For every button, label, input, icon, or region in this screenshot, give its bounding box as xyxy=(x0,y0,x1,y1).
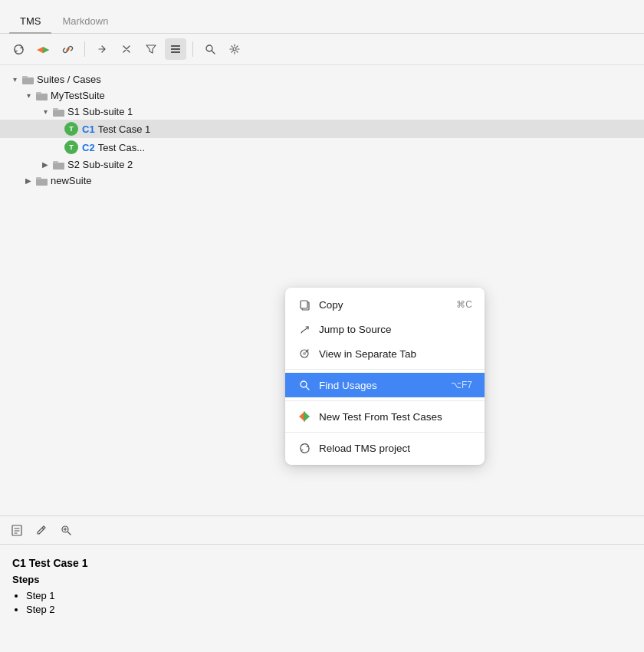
new-test-icon xyxy=(297,410,311,423)
svg-rect-11 xyxy=(36,92,41,94)
chevron-new-suite: ▶ xyxy=(23,176,34,186)
svg-point-21 xyxy=(303,352,306,355)
doc-button[interactable] xyxy=(8,521,26,539)
svg-rect-14 xyxy=(53,163,64,170)
svg-rect-4 xyxy=(171,51,180,53)
tree-root[interactable]: ▾ Suites / Cases xyxy=(0,71,644,87)
c1-label: Test Case 1 xyxy=(98,123,151,135)
svg-line-30 xyxy=(67,532,71,535)
view-separate-label: View in Separate Tab xyxy=(319,348,416,360)
chevron-s1: ▾ xyxy=(40,107,51,117)
copy-label: Copy xyxy=(319,299,343,311)
settings-button[interactable] xyxy=(224,38,245,60)
svg-point-5 xyxy=(206,45,212,51)
svg-rect-13 xyxy=(53,108,58,110)
tab-bar: TMS Markdown xyxy=(0,0,644,34)
tab-tms[interactable]: TMS xyxy=(9,8,51,33)
folder-icon-my-test-suite xyxy=(35,91,48,101)
jump-icon xyxy=(297,322,311,336)
reload-icon xyxy=(297,441,311,455)
separator-after-find xyxy=(285,400,485,401)
svg-rect-9 xyxy=(22,76,28,78)
svg-marker-1 xyxy=(146,45,156,53)
menu-item-copy[interactable]: Copy ⌘C xyxy=(285,292,485,317)
tab-markdown[interactable]: Markdown xyxy=(51,8,119,33)
folder-icon-s2 xyxy=(52,160,64,170)
c2-id: C2 xyxy=(82,142,95,153)
svg-rect-3 xyxy=(171,48,180,50)
menu-item-find-usages[interactable]: Find Usages ⌥F7 xyxy=(285,373,485,397)
s2-label: S2 Sub-suite 2 xyxy=(67,159,133,170)
find-shortcut: ⌥F7 xyxy=(451,380,472,390)
menu-item-new-test[interactable]: New Test From Test Cases xyxy=(285,404,485,429)
svg-rect-12 xyxy=(53,110,64,117)
context-menu: Copy ⌘C Jump to Source xyxy=(285,288,485,465)
find-usages-label: Find Usages xyxy=(319,380,377,391)
refresh-button[interactable] xyxy=(8,38,29,60)
new-suite-label: newSuite xyxy=(51,175,91,186)
separator-before-reload xyxy=(285,432,485,433)
chevron-root: ▾ xyxy=(9,74,20,85)
tab-icon xyxy=(297,347,311,361)
step-2: Step 2 xyxy=(26,604,632,615)
edit-button[interactable] xyxy=(32,521,51,539)
menu-item-jump-to-source[interactable]: Jump to Source xyxy=(285,317,485,341)
svg-rect-17 xyxy=(36,177,41,179)
tree-c2[interactable]: T C2 Test Cas... xyxy=(0,138,644,156)
collapse-button[interactable] xyxy=(91,38,113,60)
jump-label: Jump to Source xyxy=(319,324,392,335)
copy-icon xyxy=(297,298,311,311)
c1-id: C1 xyxy=(82,123,95,135)
search-button[interactable] xyxy=(199,38,221,60)
separator-before-find xyxy=(285,369,485,370)
separator-1 xyxy=(84,41,85,57)
svg-rect-16 xyxy=(36,179,48,186)
c2-label: Test Cas... xyxy=(98,142,145,153)
new-test-label: New Test From Test Cases xyxy=(319,411,442,423)
svg-rect-8 xyxy=(22,77,34,84)
bottom-toolbar xyxy=(0,515,644,545)
folder-icon-new-suite xyxy=(35,176,48,186)
badge-c2: T xyxy=(64,140,78,154)
close-button[interactable] xyxy=(116,38,137,60)
tree-my-test-suite[interactable]: ▾ MyTestSuite xyxy=(0,87,644,104)
reload-label: Reload TMS project xyxy=(319,443,410,454)
chevron-s2: ▶ xyxy=(40,160,51,170)
svg-rect-15 xyxy=(53,161,58,163)
svg-line-28 xyxy=(42,528,44,529)
detail-title: C1 Test Case 1 xyxy=(12,557,632,569)
find-usages-button[interactable] xyxy=(57,521,75,539)
chevron-my-test-suite: ▾ xyxy=(23,91,34,101)
folder-icon-s1 xyxy=(52,107,64,117)
tree-root-label: Suites / Cases xyxy=(37,74,101,85)
step-1: Step 1 xyxy=(26,590,632,601)
tree-s2[interactable]: ▶ S2 Sub-suite 2 xyxy=(0,156,644,173)
layout-button[interactable] xyxy=(165,38,186,60)
menu-item-view-separate[interactable]: View in Separate Tab xyxy=(285,341,485,366)
svg-point-22 xyxy=(301,381,307,387)
folder-icon-root xyxy=(21,74,34,85)
s1-label: S1 Sub-suite 1 xyxy=(67,106,133,117)
svg-point-7 xyxy=(233,48,236,51)
badge-c1: T xyxy=(64,122,78,136)
copy-shortcut: ⌘C xyxy=(456,299,472,310)
tree-new-suite[interactable]: ▶ newSuite xyxy=(0,173,644,189)
filter-button[interactable] xyxy=(140,38,162,60)
detail-steps: Step 1 Step 2 xyxy=(12,590,632,615)
find-icon xyxy=(297,378,311,392)
svg-rect-10 xyxy=(36,94,48,100)
toolbar: ◀▶ xyxy=(0,34,644,65)
svg-rect-19 xyxy=(301,301,307,308)
svg-rect-2 xyxy=(171,45,180,47)
detail-panel: C1 Test Case 1 Steps Step 1 Step 2 xyxy=(0,545,644,652)
link-button[interactable] xyxy=(57,38,78,60)
menu-item-reload[interactable]: Reload TMS project xyxy=(285,436,485,460)
detail-steps-label: Steps xyxy=(12,574,632,585)
tree-c1[interactable]: T C1 Test Case 1 xyxy=(0,120,644,138)
navigate-button[interactable]: ◀▶ xyxy=(32,38,54,60)
separator-2 xyxy=(192,41,193,57)
my-test-suite-label: MyTestSuite xyxy=(51,90,105,101)
tree-s1[interactable]: ▾ S1 Sub-suite 1 xyxy=(0,104,644,120)
svg-line-23 xyxy=(306,387,309,390)
svg-line-6 xyxy=(212,51,215,54)
